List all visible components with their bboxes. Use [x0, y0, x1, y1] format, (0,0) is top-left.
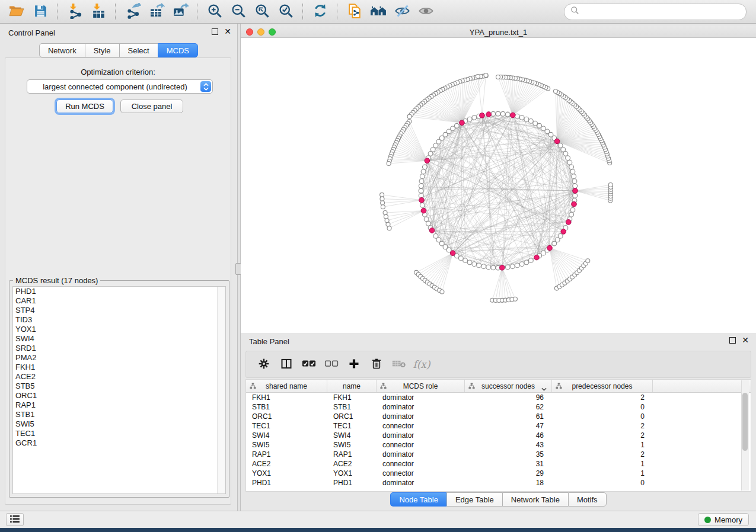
mcds-hub-node[interactable] [460, 120, 465, 126]
tab-node-table[interactable]: Node Table [390, 492, 446, 507]
delete-column-button[interactable] [367, 355, 386, 374]
network-node[interactable] [586, 259, 590, 263]
mcds-hub-node[interactable] [429, 228, 435, 233]
network-node[interactable] [513, 297, 517, 301]
network-node[interactable] [563, 151, 568, 156]
mcds-hub-node[interactable] [486, 112, 492, 117]
mcds-hub-node[interactable] [547, 245, 553, 251]
export-network-button[interactable] [121, 1, 145, 23]
mcds-result-item[interactable]: STB5 [13, 382, 225, 391]
network-node[interactable] [472, 115, 477, 120]
search-box[interactable] [564, 4, 747, 20]
mcds-hub-node[interactable] [554, 139, 560, 144]
network-node[interactable] [381, 205, 385, 209]
network-node[interactable] [419, 184, 423, 188]
hide-selected-button[interactable] [390, 1, 414, 23]
open-file-button[interactable] [5, 1, 28, 23]
network-node[interactable] [486, 265, 491, 270]
mcds-result-item[interactable]: FKH1 [13, 363, 225, 372]
tab-motifs[interactable]: Motifs [568, 492, 607, 507]
mcds-result-item[interactable]: RAP1 [13, 400, 225, 410]
network-node[interactable] [573, 184, 578, 188]
mcds-result-item[interactable]: STB1 [13, 410, 225, 419]
network-canvas[interactable] [241, 38, 756, 333]
show-all-button[interactable] [414, 1, 438, 23]
network-node[interactable] [528, 258, 533, 263]
tab-edge-table[interactable]: Edge Table [446, 492, 502, 507]
network-node[interactable] [380, 193, 384, 197]
mcds-result-item[interactable]: SWI5 [13, 419, 225, 429]
network-node[interactable] [505, 265, 510, 270]
table-row[interactable]: ACE2ACE2connector311 [246, 459, 751, 469]
tab-network[interactable]: Network [39, 43, 85, 57]
create-column-button[interactable] [344, 355, 363, 374]
table-row[interactable]: ORC1ORC1dominator610 [246, 412, 751, 421]
network-node[interactable] [572, 179, 577, 184]
column-header-name[interactable]: name [327, 380, 377, 392]
network-node[interactable] [533, 121, 538, 126]
mcds-hub-node[interactable] [534, 255, 540, 260]
network-node[interactable] [519, 262, 524, 267]
network-node[interactable] [420, 174, 425, 179]
network-node[interactable] [381, 201, 385, 205]
network-node[interactable] [510, 264, 515, 269]
show-column-button[interactable] [277, 355, 296, 374]
optimization-criterion-select[interactable]: largest connected component (undirected) [27, 79, 213, 94]
network-node[interactable] [567, 160, 572, 165]
network-node[interactable] [570, 207, 575, 212]
search-input[interactable] [583, 7, 740, 17]
run-mcds-button[interactable]: Run MCDS [56, 100, 113, 113]
network-node[interactable] [524, 260, 529, 265]
network-node[interactable] [477, 263, 481, 268]
network-node[interactable] [387, 162, 391, 166]
tab-select[interactable]: Select [119, 43, 158, 57]
network-node[interactable] [380, 197, 384, 201]
mcds-result-item[interactable]: PHD1 [13, 287, 225, 296]
network-node[interactable] [569, 212, 574, 217]
mcds-hub-node[interactable] [566, 220, 571, 225]
mcds-result-item[interactable]: SRD1 [13, 344, 225, 353]
network-node[interactable] [515, 114, 519, 118]
network-node[interactable] [554, 89, 558, 93]
network-node[interactable] [419, 193, 423, 198]
tab-mcds[interactable]: MCDS [158, 43, 198, 57]
first-neighbors-button[interactable] [366, 1, 390, 23]
mcds-result-item[interactable]: PMA2 [13, 353, 225, 363]
task-history-button[interactable] [6, 513, 24, 526]
mcds-result-item[interactable]: SWI4 [13, 334, 225, 344]
mcds-result-item[interactable]: ORC1 [13, 391, 225, 400]
close-panel-icon[interactable]: ✕ [224, 28, 231, 35]
network-node[interactable] [496, 111, 500, 116]
network-node[interactable] [481, 264, 486, 269]
mcds-hub-node[interactable] [450, 251, 455, 256]
zoom-selected-button[interactable] [274, 1, 298, 23]
table-row[interactable]: YOX1YOX1connector291 [246, 469, 751, 478]
network-node[interactable] [496, 75, 500, 79]
column-header-mcds-role[interactable]: MCDS role [377, 380, 465, 392]
column-header-successor-nodes[interactable]: successor nodes [465, 380, 552, 392]
network-node[interactable] [500, 111, 505, 116]
network-node[interactable] [430, 147, 435, 152]
close-panel-button[interactable]: Close panel [120, 100, 183, 113]
close-panel-icon[interactable]: ✕ [742, 337, 749, 344]
import-network-button[interactable] [63, 1, 87, 23]
mcds-result-item[interactable]: YOX1 [13, 325, 225, 334]
zoom-in-button[interactable] [203, 1, 227, 23]
network-node[interactable] [467, 117, 472, 121]
network-node[interactable] [383, 211, 387, 215]
table-scrollbar[interactable] [741, 380, 749, 491]
zoom-fit-button[interactable] [250, 1, 274, 23]
column-header-predecessor-nodes[interactable]: predecessor nodes [552, 380, 653, 392]
table-row[interactable]: RAP1RAP1dominator352 [246, 450, 751, 459]
mcds-hub-node[interactable] [572, 201, 577, 207]
mcds-hub-node[interactable] [573, 188, 578, 194]
network-node[interactable] [515, 263, 519, 268]
network-node[interactable] [573, 193, 578, 198]
select-all-columns-button[interactable] [299, 355, 318, 374]
network-node[interactable] [419, 179, 424, 184]
save-session-button[interactable] [28, 1, 52, 23]
scrollbar-thumb[interactable] [742, 393, 748, 451]
mcds-hub-node[interactable] [480, 113, 485, 118]
table-row[interactable]: TEC1TEC1connector472 [246, 421, 751, 431]
network-node[interactable] [420, 203, 425, 207]
